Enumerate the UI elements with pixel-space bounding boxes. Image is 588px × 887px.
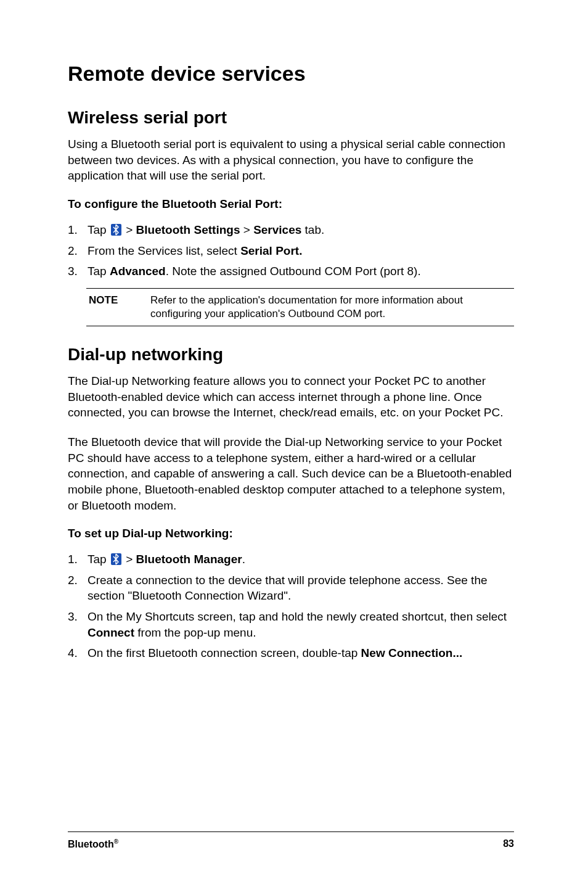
text: Tap xyxy=(88,223,110,236)
bold-text: Advanced xyxy=(110,265,166,278)
footer-page-number: 83 xyxy=(503,838,514,850)
footer-left: Bluetooth® xyxy=(68,838,118,850)
page-title: Remote device services xyxy=(68,62,514,86)
list-item-text: On the My Shortcuts screen, tap and hold… xyxy=(88,609,514,640)
list-item-text: On the first Bluetooth connection screen… xyxy=(88,645,514,661)
para: The Dial-up Networking feature allows yo… xyxy=(68,373,514,421)
text: On the My Shortcuts screen, tap and hold… xyxy=(88,610,507,623)
sub-heading: To set up Dial-up Networking: xyxy=(68,527,514,540)
list-item-number: 2. xyxy=(68,243,88,259)
list-item-number: 1. xyxy=(68,551,88,567)
bold-text: Bluetooth Settings xyxy=(136,223,240,236)
list-item-number: 3. xyxy=(68,609,88,640)
text: From the Services list, select xyxy=(88,244,240,257)
para: Using a Bluetooth serial port is equival… xyxy=(68,136,514,184)
section-heading-dialup: Dial-up networking xyxy=(68,345,514,365)
text: . Note the assigned Outbound COM Port (p… xyxy=(166,265,421,278)
bold-text: Services xyxy=(253,223,301,236)
note-label: NOTE xyxy=(89,294,150,321)
bold-text: Connect xyxy=(88,626,134,639)
text: from the pop-up menu. xyxy=(134,626,256,639)
text: Create a connection to the device that w… xyxy=(88,574,488,603)
sub-heading: To configure the Bluetooth Serial Port: xyxy=(68,197,514,211)
text: > xyxy=(123,223,136,236)
note-text: Refer to the application's documentation… xyxy=(150,294,512,321)
bluetooth-icon xyxy=(111,553,121,565)
note-box: NOTE Refer to the application's document… xyxy=(86,288,514,326)
list-item: 2.From the Services list, select Serial … xyxy=(68,243,514,259)
bold-text: New Connection... xyxy=(361,646,463,659)
footer-product: Bluetooth xyxy=(68,839,114,849)
list-item-number: 3. xyxy=(68,263,88,279)
list-item: 3.Tap Advanced. Note the assigned Outbou… xyxy=(68,263,514,279)
bluetooth-icon xyxy=(111,224,121,236)
registered-mark: ® xyxy=(114,838,118,845)
list-item-number: 2. xyxy=(68,572,88,604)
list-item: 3.On the My Shortcuts screen, tap and ho… xyxy=(68,609,514,640)
bold-text: Bluetooth Manager xyxy=(136,553,242,566)
list-item-text: Tap Advanced. Note the assigned Outbound… xyxy=(88,263,514,279)
text: tab. xyxy=(301,223,324,236)
list-item: 1.Tap > Bluetooth Settings > Services ta… xyxy=(68,222,514,238)
text: . xyxy=(242,553,245,566)
list-item-number: 4. xyxy=(68,645,88,661)
list-item-number: 1. xyxy=(68,222,88,238)
ordered-list: 1.Tap > Bluetooth Settings > Services ta… xyxy=(68,222,514,279)
list-item-text: From the Services list, select Serial Po… xyxy=(88,243,514,259)
para: The Bluetooth device that will provide t… xyxy=(68,434,514,513)
list-item-text: Tap > Bluetooth Manager. xyxy=(88,551,514,567)
ordered-list: 1.Tap > Bluetooth Manager.2.Create a con… xyxy=(68,551,514,661)
list-item: 1.Tap > Bluetooth Manager. xyxy=(68,551,514,567)
text: Tap xyxy=(88,265,110,278)
footer: Bluetooth® 83 xyxy=(68,831,514,850)
bold-text: Serial Port. xyxy=(240,244,302,257)
list-item-text: Tap > Bluetooth Settings > Services tab. xyxy=(88,222,514,238)
text: Tap xyxy=(88,553,110,566)
list-item: 2.Create a connection to the device that… xyxy=(68,572,514,604)
list-item: 4.On the first Bluetooth connection scre… xyxy=(68,645,514,661)
text: > xyxy=(240,223,253,236)
section-heading-wireless: Wireless serial port xyxy=(68,108,514,128)
text: On the first Bluetooth connection screen… xyxy=(88,646,361,659)
page: Remote device services Wireless serial p… xyxy=(0,0,588,887)
list-item-text: Create a connection to the device that w… xyxy=(88,572,514,604)
text: > xyxy=(123,553,136,566)
